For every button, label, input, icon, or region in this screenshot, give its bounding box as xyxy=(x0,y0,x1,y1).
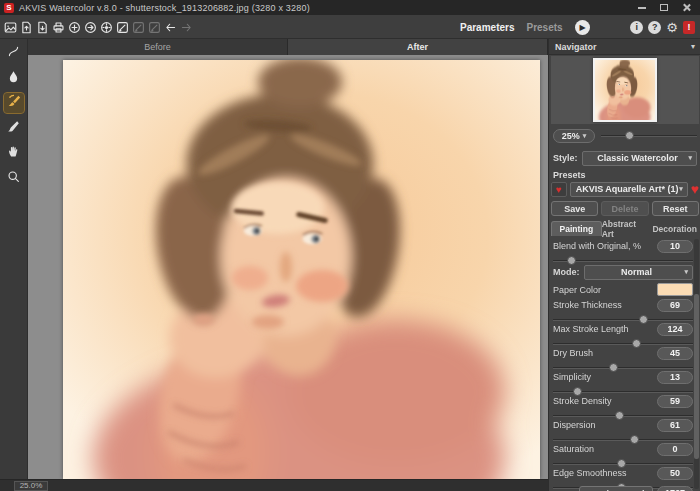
param-max-stroke-length: Max Stroke Length124 xyxy=(553,322,693,346)
param-slider-track[interactable] xyxy=(553,439,693,441)
param-value-box[interactable]: 124 xyxy=(657,323,693,336)
redo-icon xyxy=(180,21,193,34)
random-seed-button[interactable]: Random Seed xyxy=(579,486,653,491)
preset-select[interactable]: AKVIS Aquarelle Art* (1) ▾ xyxy=(570,182,688,197)
tab-abstract-art[interactable]: Abstract Art xyxy=(602,221,651,236)
zoom-select[interactable]: 25% ▾ xyxy=(553,129,595,143)
reset-button[interactable]: Reset xyxy=(652,201,699,216)
param-value-box[interactable]: 10 xyxy=(657,240,693,253)
presets-mode-label[interactable]: Presets xyxy=(526,22,562,33)
param-value-box[interactable]: 69 xyxy=(657,299,693,312)
save-icon xyxy=(36,21,49,34)
app-thumbnail-button[interactable] xyxy=(2,18,18,36)
portrait-artwork xyxy=(63,60,540,479)
navigator-thumbnail[interactable] xyxy=(593,58,657,122)
param-value-box[interactable]: 0 xyxy=(657,443,693,456)
watercolor-result-image[interactable] xyxy=(63,60,540,479)
tool-zoom[interactable] xyxy=(4,168,24,188)
pen-icon xyxy=(148,21,161,34)
maximize-icon xyxy=(660,4,668,11)
show-favorites-button[interactable]: ♥ xyxy=(551,182,567,197)
random-seed-value[interactable]: 1767 xyxy=(657,486,693,491)
tool-hand[interactable] xyxy=(4,143,24,163)
param-slider-track[interactable] xyxy=(553,343,693,345)
param-simplicity: Simplicity13 xyxy=(553,370,693,394)
tool-stroke-direction[interactable] xyxy=(4,43,24,63)
param-dry-brush: Dry Brush45 xyxy=(553,346,693,370)
save-image-button[interactable] xyxy=(34,18,50,36)
param-value-box[interactable]: 50 xyxy=(657,467,693,480)
import-icon xyxy=(68,21,81,34)
param-value-box[interactable]: 45 xyxy=(657,347,693,360)
minimize-button[interactable] xyxy=(636,3,648,13)
undo-button[interactable] xyxy=(162,18,178,36)
paper-color-swatch[interactable] xyxy=(657,283,693,296)
zoom-control-row: 25% ▾ xyxy=(553,128,697,143)
maximize-button[interactable] xyxy=(658,3,670,13)
print-button[interactable] xyxy=(50,18,66,36)
param-label: Stroke Density xyxy=(553,396,657,406)
run-button[interactable]: ▶ xyxy=(575,20,590,35)
close-button[interactable] xyxy=(680,3,692,13)
param-value-box[interactable]: 13 xyxy=(657,371,693,384)
info-button[interactable]: i xyxy=(630,21,643,34)
param-value-box[interactable]: 59 xyxy=(657,395,693,408)
help-button[interactable]: ? xyxy=(648,21,661,34)
zoom-slider-track[interactable] xyxy=(601,135,697,137)
zoom-dropdown-icon: ▾ xyxy=(583,132,587,140)
tool-blur[interactable] xyxy=(4,68,24,88)
param-label: Edge Smoothness xyxy=(553,468,657,478)
param-label: Dispersion xyxy=(553,420,657,430)
style-value: Classic Watercolor xyxy=(587,153,689,163)
smudge-icon xyxy=(7,119,20,137)
mode-dropdown-icon: ▾ xyxy=(684,268,688,276)
export-presets-button[interactable] xyxy=(82,18,98,36)
navigator-title: Navigator xyxy=(555,42,597,52)
print-icon xyxy=(52,21,65,34)
quick-preset-button-2 xyxy=(130,18,146,36)
panel-scrollbar-thumb[interactable] xyxy=(694,294,699,459)
settings-panel: Navigator ▾ 25% ▾ Style: Classic Waterco… xyxy=(548,39,700,491)
license-button[interactable]: ! xyxy=(683,21,695,34)
save-preset-button[interactable]: Save xyxy=(551,201,598,216)
param-label: Dry Brush xyxy=(553,348,657,358)
navigator-header[interactable]: Navigator ▾ xyxy=(549,39,700,55)
tab-after[interactable]: After xyxy=(288,39,548,55)
style-row: Style: Classic Watercolor ▾ xyxy=(553,150,697,166)
zoom-slider-handle[interactable] xyxy=(625,131,634,140)
import-presets-button[interactable] xyxy=(66,18,82,36)
pen-icon xyxy=(132,21,145,34)
tab-painting[interactable]: Painting xyxy=(551,221,602,236)
status-bar: 25.0% xyxy=(0,479,548,491)
style-dropdown-icon: ▾ xyxy=(688,154,692,162)
quick-preset-button-3 xyxy=(146,18,162,36)
navigator-collapse-icon[interactable]: ▾ xyxy=(691,42,695,51)
param-value-box[interactable]: 61 xyxy=(657,419,693,432)
param-paper-color: Paper Color xyxy=(553,281,693,298)
tab-decoration[interactable]: Decoration xyxy=(650,221,699,236)
style-select[interactable]: Classic Watercolor ▾ xyxy=(582,151,697,166)
open-image-button[interactable] xyxy=(18,18,34,36)
zoom-slider[interactable] xyxy=(601,129,697,143)
akvis-watercolor-window: S AKVIS Watercolor v.8.0 - shutterstock_… xyxy=(0,0,700,491)
navigator-thumbnail-image xyxy=(595,60,655,120)
add-to-favorites-button[interactable]: ♥ xyxy=(691,182,699,196)
param-slider-track[interactable] xyxy=(553,367,693,369)
mode-select[interactable]: Normal▾ xyxy=(584,265,694,280)
batch-processing-button[interactable] xyxy=(98,18,114,36)
main-toolbar: Parameters Presets ▶ i ? ⚙ ! xyxy=(0,15,700,39)
gear-icon: ⚙ xyxy=(666,20,678,35)
tool-history-brush[interactable] xyxy=(4,93,24,113)
parameters-mode-label[interactable]: Parameters xyxy=(460,22,514,33)
panel-scrollbar[interactable] xyxy=(694,239,699,489)
preferences-button[interactable]: ⚙ xyxy=(666,21,678,34)
tool-smudge[interactable] xyxy=(4,118,24,138)
info-icon: i xyxy=(636,22,639,32)
tab-before[interactable]: Before xyxy=(28,39,288,55)
undo-icon xyxy=(164,21,177,34)
param-label: Max Stroke Length xyxy=(553,324,657,334)
quick-preset-button-1[interactable] xyxy=(114,18,130,36)
random-seed-row: Random Seed 1767 xyxy=(553,486,693,491)
minimize-icon xyxy=(638,7,646,9)
param-slider-track[interactable] xyxy=(553,319,693,321)
